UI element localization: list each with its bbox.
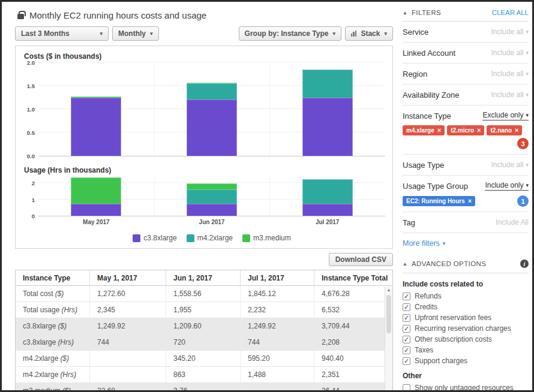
tag-remove-icon[interactable]: × (515, 128, 518, 133)
gridline-vertical (154, 63, 155, 156)
checkbox-label: Other subscription costs (415, 335, 492, 343)
bar-segment (302, 204, 353, 216)
group-by-dropdown[interactable]: Group by: Instance Type ▾ (239, 26, 341, 41)
filter-tag[interactable]: t2.nano× (487, 125, 522, 135)
table-scrollbar[interactable]: ▲ ▼ (385, 287, 392, 392)
chart-style-dropdown[interactable]: Stack ▾ (345, 26, 393, 41)
gridline (38, 62, 385, 62)
filter-count-badge: 1 (517, 195, 529, 207)
table-cell (89, 351, 166, 366)
filter-label: Availability Zone (403, 91, 459, 99)
granularity-value: Monthly (118, 29, 146, 38)
filter-tag[interactable]: t2.micro× (447, 125, 484, 135)
more-filters-link[interactable]: More filters ▾ (403, 233, 529, 251)
checkbox-row: Show only untagged resources (403, 384, 529, 392)
info-icon[interactable]: i (520, 260, 529, 268)
filter-row: TagInclude All (403, 216, 529, 229)
chart-style-value: Stack (361, 29, 380, 38)
checkbox-support-charges[interactable]: ✓ (403, 357, 410, 365)
filter-value-dropdown[interactable]: Include all▾ (491, 49, 529, 57)
checkbox-recurring-reservation-charges[interactable]: ✓ (403, 325, 410, 333)
collapse-triangle-icon[interactable]: ▲ (403, 10, 407, 16)
other-heading: Other (403, 372, 529, 380)
x-tick-label: Jul 2017 (316, 219, 339, 225)
filter-tag-label: m4.xlarge (406, 127, 434, 134)
table-row: Total usage (Hrs)2,3451,9552,2326,532 (16, 302, 385, 318)
tag-remove-icon[interactable]: × (437, 128, 441, 133)
filter-block-usage-type: Usage TypeInclude all▾ (403, 155, 529, 176)
filter-label: Region (403, 70, 427, 79)
table-cell: 863 (166, 367, 240, 382)
filter-value-text: Include all (491, 28, 523, 36)
filter-value-dropdown[interactable]: Include All (496, 218, 529, 227)
filter-tags-row: EC2: Running Hours×1 (403, 195, 529, 207)
x-tick-label: Jun 2017 (199, 219, 225, 225)
chevron-down-icon: ▾ (150, 31, 153, 37)
chart-panel: Costs ($ in thousands) 0.00.51.01.52.0 U… (15, 46, 393, 249)
y-tick-label: 1.5 (27, 83, 35, 89)
filter-value-dropdown[interactable]: Include all▾ (491, 161, 529, 169)
row-label-cell: m4.2xlarge ($) (16, 351, 89, 366)
include-costs-checkbox-list: ✓Refunds✓Credits✓Upfront reservation fee… (403, 292, 529, 365)
group-by-value: Group by: Instance Type (245, 29, 329, 38)
table-row: m4.2xlarge ($)345.20595.20940.40 (16, 351, 385, 367)
filter-tag[interactable]: EC2: Running Hours× (403, 196, 475, 206)
time-range-dropdown[interactable]: Last 3 Months ▾ (15, 26, 109, 41)
include-costs-heading: Include costs related to (403, 280, 529, 288)
table-cell (240, 383, 314, 392)
table-cell: 744 (89, 334, 166, 350)
row-label-cell: Total cost ($) (16, 286, 89, 301)
gridline-vertical (269, 63, 270, 156)
download-csv-button[interactable]: Download CSV (329, 253, 393, 266)
filters-section-header[interactable]: ▲ FILTERS CLEAR ALL (403, 9, 529, 22)
checkbox-upfront-reservation-fees[interactable]: ✓ (403, 314, 410, 322)
bar-segment (71, 98, 121, 156)
filter-value-dropdown[interactable]: Include all▾ (491, 70, 529, 78)
table-cell (89, 367, 166, 382)
toolbar: Last 3 Months ▾ Monthly ▾ Group by: Inst… (15, 26, 393, 41)
filter-row: Availability ZoneInclude all▾ (403, 88, 529, 101)
chevron-down-icon: ▾ (384, 31, 387, 37)
table-header-cell: Jun 1, 2017 (166, 270, 240, 285)
table-cell: 2,208 (314, 334, 385, 350)
checkbox-other-subscription-costs[interactable]: ✓ (403, 336, 410, 343)
table-cell: 2,351 (314, 367, 385, 382)
checkbox-refunds[interactable]: ✓ (403, 293, 410, 300)
clear-all-link[interactable]: CLEAR ALL (492, 9, 529, 16)
granularity-dropdown[interactable]: Monthly ▾ (112, 26, 159, 41)
table-row: m3.medium ($)22.683.7626.44 (16, 383, 385, 392)
legend-item: m4.2xlarge (187, 234, 233, 242)
filter-list: ServiceInclude all▾Linked AccountInclude… (403, 22, 529, 233)
collapse-triangle-icon[interactable]: ▲ (403, 261, 407, 267)
checkbox-label: Support charges (415, 357, 467, 365)
table-header-cell: Instance Type Total (314, 270, 392, 285)
download-row: Download CSV (15, 253, 393, 266)
scroll-up-icon[interactable]: ▲ (387, 288, 391, 292)
other-checkbox-list: Show only untagged resourcesShow blended… (403, 384, 529, 392)
table-row: m4.2xlarge (Hrs)8631,4882,351 (16, 367, 385, 383)
chevron-down-icon: ▾ (526, 92, 529, 98)
scrollbar-thumb[interactable] (386, 295, 391, 333)
checkbox-credits[interactable]: ✓ (403, 303, 410, 311)
checkbox-show-only-untagged-resources[interactable] (403, 384, 410, 392)
filter-value-dropdown[interactable]: Include only▾ (485, 181, 529, 191)
filter-tag[interactable]: m4.xlarge× (403, 125, 445, 135)
table-cell: 1,209.60 (166, 318, 240, 334)
bar-segment (302, 98, 353, 156)
filter-row: RegionInclude all▾ (403, 67, 529, 80)
advanced-options-title: ADVANCED OPTIONS (412, 260, 486, 267)
checkbox-taxes[interactable]: ✓ (403, 346, 410, 354)
y-tick-label: 2 (32, 180, 35, 186)
table-cell: 22.68 (89, 383, 166, 392)
table-cell: 1,272.60 (89, 286, 166, 301)
costs-chart: 0.00.51.01.52.0 (22, 63, 385, 156)
tag-remove-icon[interactable]: × (468, 198, 472, 204)
filter-value-dropdown[interactable]: Include all▾ (491, 28, 529, 36)
checkbox-label: Refunds (415, 292, 442, 300)
filter-label: Instance Type (403, 111, 451, 120)
tag-remove-icon[interactable]: × (477, 128, 481, 133)
filter-value-dropdown[interactable]: Include all▾ (491, 91, 529, 99)
row-unit: ($) (55, 290, 64, 298)
advanced-options-header[interactable]: ▲ ADVANCED OPTIONS i (403, 260, 529, 273)
filter-value-dropdown[interactable]: Exclude only▾ (482, 111, 529, 120)
